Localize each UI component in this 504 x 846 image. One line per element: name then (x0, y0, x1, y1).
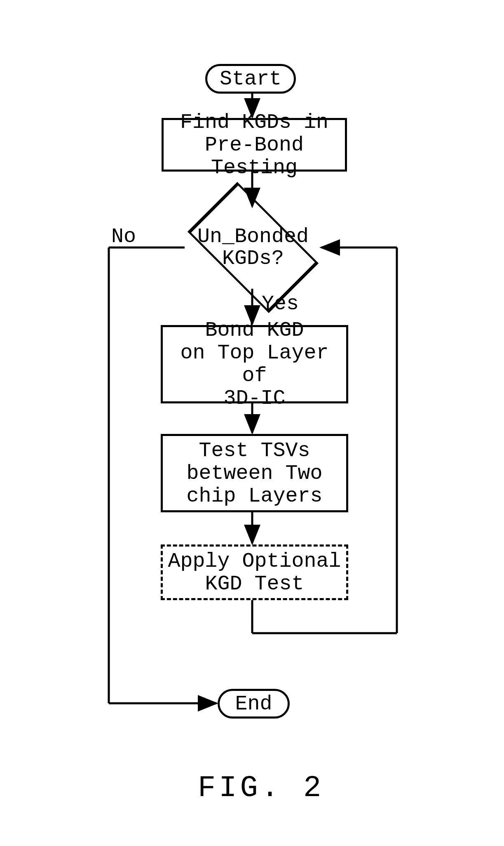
figure-caption: FIG. 2 (198, 771, 324, 805)
no-label: No (111, 225, 136, 248)
flowchart-canvas: Start Find KGDs in Pre-Bond Testing Un_B… (0, 0, 504, 846)
find-kgds-text: Find KGDs in Pre-Bond Testing (169, 111, 340, 179)
unbonded-decision: Un_Bonded KGDs? (179, 206, 327, 289)
optional-kgd-test-text: Apply Optional KGD Test (168, 550, 341, 595)
decision-text: Un_Bonded KGDs? (197, 226, 309, 269)
start-text: Start (220, 67, 281, 91)
bond-kgd-process: Bond KGD on Top Layer of 3D-IC (161, 325, 348, 403)
test-tsvs-process: Test TSVs between Two chip Layers (161, 434, 348, 512)
yes-label: Yes (262, 292, 299, 316)
end-terminal: End (218, 689, 290, 719)
optional-kgd-test-process: Apply Optional KGD Test (161, 544, 348, 600)
start-terminal: Start (205, 64, 296, 94)
bond-kgd-text: Bond KGD on Top Layer of 3D-IC (168, 319, 341, 410)
find-kgds-process: Find KGDs in Pre-Bond Testing (162, 118, 347, 172)
test-tsvs-text: Test TSVs between Two chip Layers (186, 439, 322, 507)
end-text: End (235, 692, 272, 716)
